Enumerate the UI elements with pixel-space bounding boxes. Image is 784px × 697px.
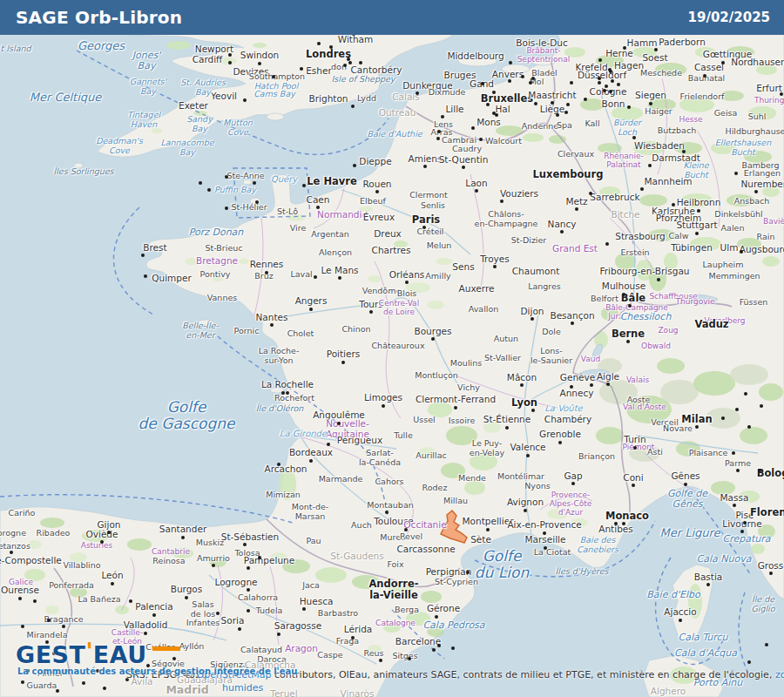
logo-tagline: La communauté des acteurs de gestion int… [17,667,297,676]
attribution-link[interactable]: zones [775,669,784,680]
map-canvas[interactable] [0,0,784,697]
map-viewport[interactable]: t IslandGeorgesJones' BayNewportCardiffS… [0,0,784,697]
attribution-text: contributors, OIEau, animateurs SAGE, co… [272,669,775,680]
gesteau-logo[interactable]: GEST'EAU [16,641,180,668]
logo-orange-bar [152,646,180,651]
header-bar: SAGE Orb-Libron 19/02/2025 [0,0,784,35]
logo-text-eau: EAU [93,641,147,668]
attribution-link-humides[interactable]: humides [222,682,263,694]
header-date: 19/02/2025 [688,10,770,25]
page-title: SAGE Orb-Libron [16,7,182,28]
logo-text-gest: GEST [16,641,85,668]
logo-apostrophe: ' [85,638,92,665]
